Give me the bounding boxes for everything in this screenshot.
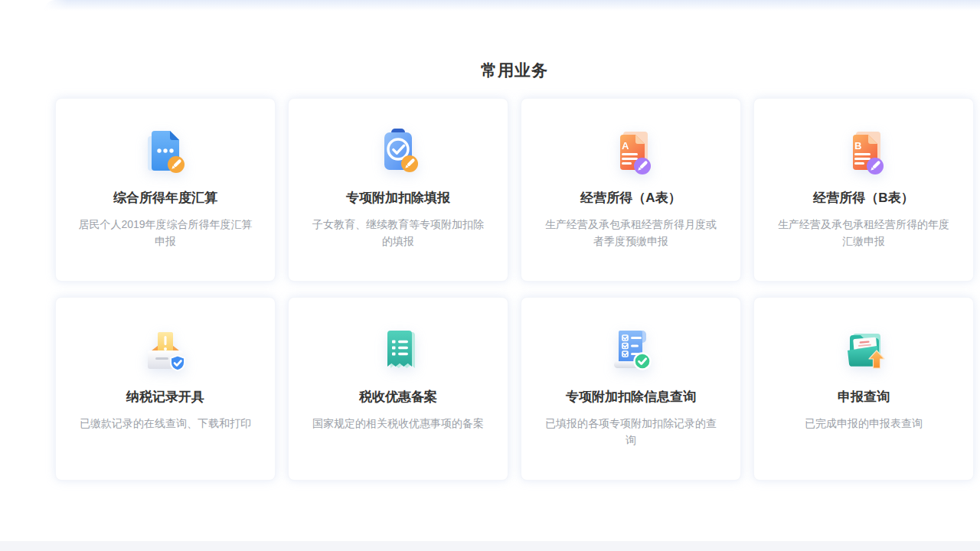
card-desc: 生产经营及承包承租经营所得月度或者季度预缴申报 bbox=[541, 216, 721, 249]
clipboard-check-pencil-icon bbox=[371, 124, 426, 179]
footer-bar bbox=[0, 541, 980, 551]
card-title: 专项附加扣除信息查询 bbox=[566, 388, 696, 406]
card-desc: 国家规定的相关税收优惠事项的备案 bbox=[312, 415, 484, 432]
scroll-checklist-check-icon bbox=[603, 323, 658, 378]
service-card-business-income-b[interactable]: B 经营所得（B表） 生产经营及承包承租经营所得的年度汇缴申报 bbox=[753, 98, 974, 282]
svg-text:A: A bbox=[622, 140, 629, 152]
card-desc: 已缴款记录的在线查询、下载和打印 bbox=[80, 415, 251, 432]
document-dots-pencil-icon bbox=[138, 124, 193, 179]
top-banner-edge bbox=[44, 0, 980, 11]
folder-upload-icon bbox=[836, 323, 891, 378]
service-card-business-income-a[interactable]: A 经营所得（A表） 生产经营及承包承租经营所得月度或者季度预缴申报 bbox=[521, 98, 741, 282]
card-title: 税收优惠备案 bbox=[359, 388, 437, 406]
card-desc: 已填报的各项专项附加扣除记录的查询 bbox=[541, 415, 721, 448]
card-desc: 子女教育、继续教育等专项附加扣除的填报 bbox=[308, 216, 488, 249]
card-title: 综合所得年度汇算 bbox=[113, 189, 217, 207]
service-card-grid: 综合所得年度汇算 居民个人2019年度综合所得年度汇算申报 bbox=[55, 98, 974, 481]
card-title: 专项附加扣除填报 bbox=[346, 189, 450, 207]
card-desc: 已完成申报的申报表查询 bbox=[805, 415, 923, 432]
card-title: 经营所得（A表） bbox=[580, 189, 681, 207]
document-a-pencil-icon: A bbox=[603, 124, 658, 179]
card-title: 申报查询 bbox=[838, 388, 890, 406]
envelope-alert-shield-icon bbox=[138, 323, 193, 378]
bookmark-list-icon bbox=[371, 323, 426, 378]
card-title: 经营所得（B表） bbox=[813, 189, 913, 207]
card-desc: 居民个人2019年度综合所得年度汇算申报 bbox=[75, 216, 256, 249]
document-b-pencil-icon: B bbox=[836, 124, 891, 179]
service-card-declaration-query[interactable]: 申报查询 已完成申报的申报表查询 bbox=[753, 297, 974, 481]
service-card-deduction-info-query[interactable]: 专项附加扣除信息查询 已填报的各项专项附加扣除记录的查询 bbox=[521, 297, 741, 481]
service-card-special-deduction-filing[interactable]: 专项附加扣除填报 子女教育、继续教育等专项附加扣除的填报 bbox=[288, 98, 508, 282]
service-card-tax-record[interactable]: 纳税记录开具 已缴款记录的在线查询、下载和打印 bbox=[55, 297, 276, 481]
service-card-tax-preference[interactable]: 税收优惠备案 国家规定的相关税收优惠事项的备案 bbox=[288, 297, 508, 481]
svg-text:B: B bbox=[854, 140, 861, 152]
card-title: 纳税记录开具 bbox=[126, 388, 204, 406]
service-card-annual-settlement[interactable]: 综合所得年度汇算 居民个人2019年度综合所得年度汇算申报 bbox=[55, 98, 276, 282]
card-desc: 生产经营及承包承租经营所得的年度汇缴申报 bbox=[773, 216, 954, 249]
section-title: 常用业务 bbox=[55, 60, 974, 81]
